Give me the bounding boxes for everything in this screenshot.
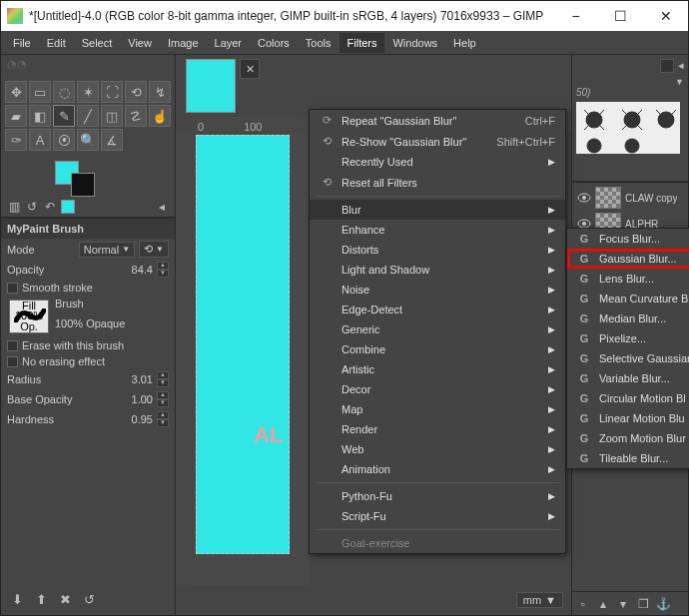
delete-tool-options-icon[interactable]: ✖ — [57, 592, 73, 608]
menu-item-gaussian-blur[interactable]: GGaussian Blur... — [567, 249, 689, 269]
tool-pencil[interactable]: ╱ — [77, 105, 99, 127]
radius-spinner[interactable]: ▲▼ — [157, 371, 169, 387]
menu-filters[interactable]: Filters — [340, 33, 385, 53]
tool-measure[interactable]: ∡ — [101, 129, 123, 151]
tab-menu-icon[interactable]: ◂ — [155, 200, 169, 214]
menu-layer[interactable]: Layer — [207, 33, 251, 53]
menu-item-render[interactable]: Render▶ — [310, 419, 565, 439]
menu-item-generic[interactable]: Generic▶ — [310, 319, 565, 339]
menu-item-lens-blur[interactable]: GLens Blur... — [567, 269, 689, 289]
menu-edit[interactable]: Edit — [39, 33, 74, 53]
new-layer-icon[interactable]: ▫ — [576, 597, 590, 611]
tool-move[interactable]: ✥ — [5, 81, 27, 103]
tool-rect-select[interactable]: ▭ — [29, 81, 51, 103]
panel-menu-icon[interactable]: ◂ — [678, 59, 684, 73]
chevron-down-icon[interactable]: ▼ — [675, 77, 684, 87]
menu-item-decor[interactable]: Decor▶ — [310, 379, 565, 399]
menu-colors[interactable]: Colors — [250, 33, 298, 53]
layer-thumbnail[interactable] — [595, 187, 621, 209]
menu-item-circular-motion-bl[interactable]: GCircular Motion Bl — [567, 388, 689, 408]
tool-eraser[interactable]: ◫ — [101, 105, 123, 127]
menu-item-script-fu[interactable]: Script-Fu▶ — [310, 506, 565, 526]
tab-history-icon[interactable]: ↺ — [25, 200, 39, 214]
tab-color-icon[interactable] — [61, 200, 75, 214]
duplicate-layer-icon[interactable]: ❐ — [636, 597, 650, 611]
tool-warp[interactable]: ↯ — [149, 81, 171, 103]
menu-item-animation[interactable]: Animation▶ — [310, 459, 565, 479]
brush-gallery[interactable] — [576, 102, 680, 154]
mode-dropdown[interactable]: Normal ▼ — [79, 242, 135, 258]
tab-undo-icon[interactable]: ↶ — [43, 200, 57, 214]
menu-item-linear-motion-blu[interactable]: GLinear Motion Blu — [567, 408, 689, 428]
menu-item-tileable-blur[interactable]: GTileable Blur... — [567, 448, 689, 468]
tool-fuzzy-select[interactable]: ✶ — [77, 81, 99, 103]
brushes-tab-icon[interactable] — [660, 59, 674, 73]
reset-tool-options-icon[interactable]: ↺ — [81, 592, 97, 608]
tool-clone[interactable]: ☡ — [125, 105, 147, 127]
menu-item-noise[interactable]: Noise▶ — [310, 280, 565, 300]
close-button[interactable]: ✕ — [643, 1, 688, 31]
tool-smudge[interactable]: ☝ — [149, 105, 171, 127]
tool-color-picker[interactable]: ⦿ — [53, 129, 75, 151]
visibility-icon[interactable] — [577, 192, 591, 204]
document-close-button[interactable]: ✕ — [240, 59, 260, 79]
minimize-button[interactable]: − — [553, 1, 598, 31]
menu-item-enhance[interactable]: Enhance▶ — [310, 220, 565, 240]
smooth-stroke-checkbox[interactable] — [7, 283, 18, 294]
save-tool-options-icon[interactable]: ⬇ — [9, 592, 25, 608]
tool-transform[interactable]: ⟲ — [125, 81, 147, 103]
tool-free-select[interactable]: ◌ — [53, 81, 75, 103]
tool-bucket[interactable]: ▰ — [5, 105, 27, 127]
no-erasing-checkbox[interactable] — [7, 356, 18, 367]
menu-item-light-and-shadow[interactable]: Light and Shadow▶ — [310, 260, 565, 280]
mode-reset-button[interactable]: ⟲▼ — [139, 241, 169, 258]
menu-item-map[interactable]: Map▶ — [310, 399, 565, 419]
tool-zoom[interactable]: 🔍 — [77, 129, 99, 151]
menu-item-distorts[interactable]: Distorts▶ — [310, 240, 565, 260]
document-thumbnail[interactable] — [186, 59, 236, 113]
menu-item-variable-blur[interactable]: GVariable Blur... — [567, 368, 689, 388]
menu-item-focus-blur[interactable]: GFocus Blur... — [567, 229, 689, 249]
tool-paths[interactable]: ✑ — [5, 129, 27, 151]
menu-item-median-blur[interactable]: GMedian Blur... — [567, 308, 689, 328]
maximize-button[interactable]: ☐ — [598, 1, 643, 31]
menu-item-edge-detect[interactable]: Edge-Detect▶ — [310, 300, 565, 319]
menu-item-pixelize[interactable]: GPixelize... — [567, 328, 689, 348]
canvas-viewport[interactable]: AL — [194, 133, 309, 585]
menu-item-goat[interactable]: Goat-exercise — [310, 533, 565, 553]
menu-item-selective-gaussian[interactable]: GSelective Gaussian — [567, 348, 689, 368]
base-opacity-spinner[interactable]: ▲▼ — [157, 391, 169, 407]
menu-image[interactable]: Image — [160, 33, 207, 53]
menu-item-reshow[interactable]: ⟲ Re-Show "Gaussian Blur" Shift+Ctrl+F — [310, 131, 565, 152]
opacity-spinner[interactable]: ▲▼ — [157, 262, 169, 278]
menu-item-python-fu[interactable]: Python-Fu▶ — [310, 486, 565, 506]
menu-item-zoom-motion-blur[interactable]: GZoom Motion Blur — [567, 428, 689, 448]
menu-file[interactable]: File — [5, 33, 39, 53]
tool-text[interactable]: A — [29, 129, 51, 151]
menu-item-web[interactable]: Web▶ — [310, 439, 565, 459]
menu-item-repeat[interactable]: ⟳ Repeat "Gaussian Blur" Ctrl+F — [310, 110, 565, 131]
menu-item-combine[interactable]: Combine▶ — [310, 339, 565, 359]
unit-dropdown[interactable]: mm ▼ — [516, 592, 563, 608]
anchor-layer-icon[interactable]: ⚓ — [656, 597, 670, 611]
menu-item-mean-curvature-bl[interactable]: GMean Curvature Bl — [567, 289, 689, 308]
menu-select[interactable]: Select — [74, 33, 121, 53]
raise-layer-icon[interactable]: ▴ — [596, 597, 610, 611]
restore-tool-options-icon[interactable]: ⬆ — [33, 592, 49, 608]
brush-preview[interactable]: Fill 100% Op. — [9, 300, 49, 333]
menu-tools[interactable]: Tools — [298, 33, 340, 53]
lower-layer-icon[interactable]: ▾ — [616, 597, 630, 611]
menu-help[interactable]: Help — [445, 33, 484, 53]
menu-view[interactable]: View — [120, 33, 160, 53]
menu-windows[interactable]: Windows — [384, 33, 445, 53]
background-color[interactable] — [71, 173, 95, 197]
hardness-spinner[interactable]: ▲▼ — [157, 411, 169, 427]
menu-item-blur[interactable]: Blur▶ — [310, 200, 565, 220]
erase-checkbox[interactable] — [7, 340, 18, 351]
tool-gradient[interactable]: ◧ — [29, 105, 51, 127]
menu-item-reset[interactable]: ⟲ Reset all Filters — [310, 172, 565, 193]
menu-item-recent[interactable]: Recently Used ▶ — [310, 152, 565, 172]
layer-row[interactable]: CLAW copy — [574, 185, 686, 211]
tool-crop[interactable]: ⛶ — [101, 81, 123, 103]
menu-item-artistic[interactable]: Artistic▶ — [310, 359, 565, 379]
